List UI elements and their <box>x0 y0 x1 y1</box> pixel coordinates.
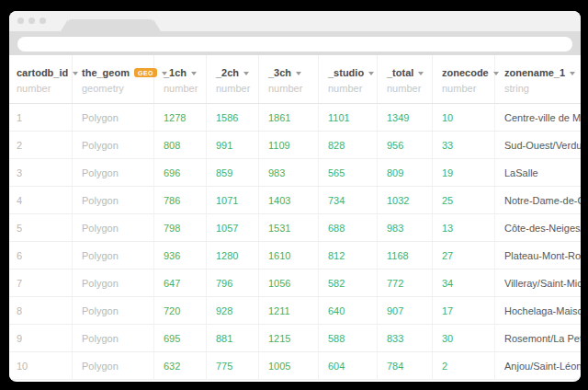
cell-_1ch[interactable]: 695 <box>154 325 207 351</box>
cell-cartodb_id[interactable]: 7 <box>9 270 73 296</box>
cell-_2ch[interactable]: 881 <box>207 325 259 351</box>
cell-_studio[interactable]: 828 <box>319 132 378 158</box>
cell-_total[interactable]: 784 <box>378 352 433 379</box>
cell-_studio[interactable]: 582 <box>319 270 378 296</box>
cell-_2ch[interactable]: 1071 <box>207 187 259 213</box>
cell-_3ch[interactable]: 1610 <box>259 242 319 269</box>
cell-_total[interactable]: 772 <box>378 270 433 296</box>
window-maximize-button[interactable] <box>40 17 46 24</box>
cell-zonecode[interactable]: 34 <box>433 270 495 296</box>
cell-_total[interactable]: 1349 <box>378 104 433 131</box>
cell-_2ch[interactable]: 991 <box>207 132 259 158</box>
cell-cartodb_id[interactable]: 2 <box>9 132 73 158</box>
cell-the_geom[interactable]: Polygon <box>73 297 154 324</box>
cell-the_geom[interactable]: Polygon <box>73 104 154 131</box>
cell-cartodb_id[interactable]: 4 <box>9 187 73 213</box>
cell-zonename_1[interactable]: Plateau-Mont-Royal <box>495 242 581 269</box>
cell-the_geom[interactable]: Polygon <box>73 214 154 241</box>
cell-_3ch[interactable]: 1109 <box>259 132 319 158</box>
cell-_2ch[interactable]: 796 <box>207 270 259 296</box>
cell-the_geom[interactable]: Polygon <box>73 352 154 379</box>
cell-_total[interactable]: 956 <box>378 132 433 158</box>
cell-_1ch[interactable]: 798 <box>154 214 207 241</box>
cell-the_geom[interactable]: Polygon <box>73 159 154 186</box>
cell-_3ch[interactable]: 1005 <box>259 352 319 379</box>
cell-_studio[interactable]: 565 <box>319 159 378 186</box>
window-minimize-button[interactable] <box>28 17 35 24</box>
cell-_2ch[interactable]: 1280 <box>207 242 259 269</box>
cell-zonename_1[interactable]: Hochelaga-Maisonne <box>495 297 581 324</box>
cell-zonecode[interactable]: 30 <box>433 325 495 351</box>
column-header-_3ch[interactable]: _3ch number <box>259 55 319 103</box>
column-header-cartodb_id[interactable]: cartodb_id number <box>9 55 73 103</box>
cell-_3ch[interactable]: 1531 <box>259 214 319 241</box>
cell-cartodb_id[interactable]: 5 <box>9 214 73 241</box>
column-header-the_geom[interactable]: the_geom GEO geometry <box>73 55 154 103</box>
cell-cartodb_id[interactable]: 3 <box>9 159 73 186</box>
cell-the_geom[interactable]: Polygon <box>73 325 154 351</box>
column-header-_1ch[interactable]: _1ch number <box>154 55 207 103</box>
cell-_studio[interactable]: 640 <box>319 297 378 324</box>
cell-the_geom[interactable]: Polygon <box>73 187 154 213</box>
cell-_2ch[interactable]: 928 <box>207 297 259 324</box>
cell-zonename_1[interactable]: Anjou/Saint-Léonar <box>495 352 581 379</box>
cell-_studio[interactable]: 1101 <box>319 104 378 131</box>
cell-_1ch[interactable]: 1278 <box>154 104 207 131</box>
cell-zonename_1[interactable]: Rosemont/La Petite <box>495 325 581 351</box>
cell-_total[interactable]: 1168 <box>378 242 433 269</box>
cell-zonecode[interactable]: 2 <box>433 352 495 379</box>
cell-_1ch[interactable]: 936 <box>154 242 207 269</box>
cell-_studio[interactable]: 588 <box>319 325 378 351</box>
cell-the_geom[interactable]: Polygon <box>73 270 154 296</box>
cell-zonecode[interactable]: 27 <box>433 242 495 269</box>
cell-_3ch[interactable]: 1211 <box>259 297 319 324</box>
cell-_1ch[interactable]: 632 <box>154 352 207 379</box>
cell-_2ch[interactable]: 775 <box>207 352 259 379</box>
cell-_studio[interactable]: 688 <box>319 214 378 241</box>
cell-zonecode[interactable]: 17 <box>433 297 495 324</box>
cell-_total[interactable]: 833 <box>378 325 433 351</box>
column-header-zonecode[interactable]: zonecode number <box>433 55 495 103</box>
column-header-_studio[interactable]: _studio number <box>319 55 378 103</box>
cell-zonename_1[interactable]: Centre-ville de Mont <box>495 104 581 131</box>
cell-_studio[interactable]: 812 <box>319 242 378 269</box>
cell-the_geom[interactable]: Polygon <box>73 132 154 158</box>
cell-_3ch[interactable]: 1403 <box>259 187 319 213</box>
cell-_3ch[interactable]: 1861 <box>259 104 319 131</box>
cell-cartodb_id[interactable]: 10 <box>9 352 73 379</box>
cell-_1ch[interactable]: 720 <box>154 297 207 324</box>
cell-_2ch[interactable]: 859 <box>207 159 259 186</box>
window-close-button[interactable] <box>17 17 24 24</box>
cell-_studio[interactable]: 734 <box>319 187 378 213</box>
cell-cartodb_id[interactable]: 6 <box>9 242 73 269</box>
cell-_1ch[interactable]: 786 <box>154 187 207 213</box>
column-header-zonename_1[interactable]: zonename_1 string <box>495 55 581 103</box>
cell-_2ch[interactable]: 1586 <box>207 104 259 131</box>
cell-_total[interactable]: 809 <box>378 159 433 186</box>
cell-the_geom[interactable]: Polygon <box>73 242 154 269</box>
cell-_2ch[interactable]: 1057 <box>207 214 259 241</box>
cell-_studio[interactable]: 604 <box>319 352 378 379</box>
cell-zonecode[interactable]: 13 <box>433 214 495 241</box>
column-header-_total[interactable]: _total number <box>378 55 433 103</box>
cell-_total[interactable]: 1032 <box>378 187 433 213</box>
cell-zonecode[interactable]: 10 <box>433 104 495 131</box>
cell-_3ch[interactable]: 1215 <box>259 325 319 351</box>
cell-zonename_1[interactable]: Notre-Dame-de-Grâc <box>495 187 581 213</box>
cell-_1ch[interactable]: 808 <box>154 132 207 158</box>
cell-zonename_1[interactable]: Sud-Ouest/Verdun <box>495 132 581 158</box>
cell-zonecode[interactable]: 25 <box>433 187 495 213</box>
cell-_3ch[interactable]: 1056 <box>259 270 319 296</box>
cell-_total[interactable]: 983 <box>378 214 433 241</box>
cell-cartodb_id[interactable]: 9 <box>9 325 73 351</box>
column-header-_2ch[interactable]: _2ch number <box>207 55 259 103</box>
cell-cartodb_id[interactable]: 8 <box>9 297 73 324</box>
cell-zonename_1[interactable]: Côte-des-Neiges/Mo <box>495 214 581 241</box>
cell-_3ch[interactable]: 983 <box>259 159 319 186</box>
address-input[interactable] <box>17 37 572 52</box>
cell-zonecode[interactable]: 19 <box>433 159 495 186</box>
browser-tab[interactable] <box>68 19 153 31</box>
cell-zonecode[interactable]: 33 <box>433 132 495 158</box>
cell-zonename_1[interactable]: LaSalle <box>495 159 581 186</box>
cell-cartodb_id[interactable]: 1 <box>9 104 73 131</box>
